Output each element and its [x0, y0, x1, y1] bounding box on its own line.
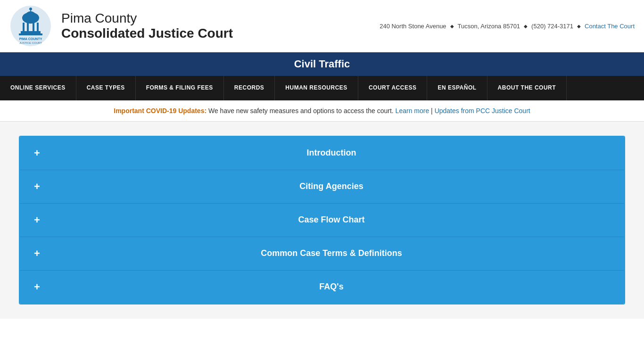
- svg-rect-3: [23, 23, 25, 31]
- svg-rect-8: [19, 33, 42, 35]
- header-phone: (520) 724-3171: [531, 23, 573, 30]
- expand-icon-case-flow-chart: +: [34, 214, 43, 226]
- court-title-line2: Consolidated Justice Court: [61, 26, 233, 41]
- updates-link[interactable]: Updates from PCC Justice Court: [435, 107, 530, 115]
- court-title-line1: Pima County: [61, 11, 233, 26]
- pima-county-logo: PIMA COUNTY JUSTICE COURT: [9, 5, 52, 47]
- header-contact: 240 North Stone Avenue ◆ Tucson, Arizona…: [380, 23, 635, 30]
- nav-item-online-services[interactable]: ONLINE SERVICES: [0, 76, 76, 100]
- accordion-label-faqs: FAQ's: [53, 282, 610, 292]
- svg-rect-6: [37, 23, 39, 31]
- header-city-state: Tucson, Arizona 85701: [458, 23, 520, 30]
- main-content: +Introduction+Citing Agencies+Case Flow …: [0, 122, 644, 319]
- page-header: PIMA COUNTY JUSTICE COURT Pima County Co…: [0, 0, 644, 52]
- covid-message: We have new safety measures and options …: [208, 107, 394, 115]
- learn-more-link[interactable]: Learn more: [396, 107, 429, 115]
- contact-court-link[interactable]: Contact The Court: [585, 23, 635, 30]
- nav-item-records[interactable]: RECORDS: [224, 76, 275, 100]
- accordion-item-faqs[interactable]: +FAQ's: [20, 271, 624, 304]
- diamond-icon-1: ◆: [450, 24, 454, 29]
- nav-item-human-resources[interactable]: HUMAN RESOURCES: [275, 76, 358, 100]
- svg-rect-7: [21, 31, 41, 33]
- nav-item-forms-filing-fees[interactable]: FORMS & FILING FEES: [136, 76, 224, 100]
- svg-text:JUSTICE COURT: JUSTICE COURT: [19, 41, 42, 44]
- diamond-icon-2: ◆: [524, 24, 528, 29]
- civil-traffic-banner: Civil Traffic: [0, 52, 644, 76]
- accordion-label-citing-agencies: Citing Agencies: [53, 181, 610, 191]
- covid-label: Important COVID-19 Updates:: [114, 107, 206, 115]
- svg-rect-5: [33, 23, 34, 31]
- covid-banner: Important COVID-19 Updates: We have new …: [0, 100, 644, 122]
- court-title: Pima County Consolidated Justice Court: [61, 11, 233, 41]
- accordion-item-introduction[interactable]: +Introduction: [20, 137, 624, 170]
- logo-area: PIMA COUNTY JUSTICE COURT: [9, 5, 52, 47]
- accordion-label-case-flow-chart: Case Flow Chart: [53, 215, 610, 225]
- main-nav: ONLINE SERVICESCASE TYPESFORMS & FILING …: [0, 76, 644, 100]
- svg-text:PIMA COUNTY: PIMA COUNTY: [19, 37, 42, 41]
- expand-icon-common-case-terms: +: [34, 247, 43, 260]
- diamond-icon-3: ◆: [577, 24, 581, 29]
- expand-icon-citing-agencies: +: [34, 181, 43, 193]
- accordion-item-citing-agencies[interactable]: +Citing Agencies: [20, 170, 624, 204]
- nav-item-court-access[interactable]: COURT ACCESS: [358, 76, 428, 100]
- header-address: 240 North Stone Avenue: [380, 23, 446, 30]
- accordion-item-common-case-terms[interactable]: +Common Case Terms & Definitions: [20, 237, 624, 271]
- nav-item-en-espanol[interactable]: EN ESPAÑOL: [427, 76, 487, 100]
- nav-item-case-types[interactable]: CASE TYPES: [76, 76, 136, 100]
- accordion-label-introduction: Introduction: [53, 148, 610, 158]
- nav-item-about-the-court[interactable]: ABOUT THE COURT: [487, 76, 567, 100]
- svg-rect-4: [27, 23, 29, 31]
- accordion-item-case-flow-chart[interactable]: +Case Flow Chart: [20, 204, 624, 237]
- civil-traffic-label: Civil Traffic: [294, 58, 350, 70]
- accordion: +Introduction+Citing Agencies+Case Flow …: [19, 136, 625, 304]
- svg-point-11: [29, 8, 32, 10]
- expand-icon-faqs: +: [34, 281, 43, 293]
- accordion-label-common-case-terms: Common Case Terms & Definitions: [53, 248, 610, 258]
- expand-icon-introduction: +: [34, 147, 43, 159]
- covid-separator: |: [431, 107, 435, 115]
